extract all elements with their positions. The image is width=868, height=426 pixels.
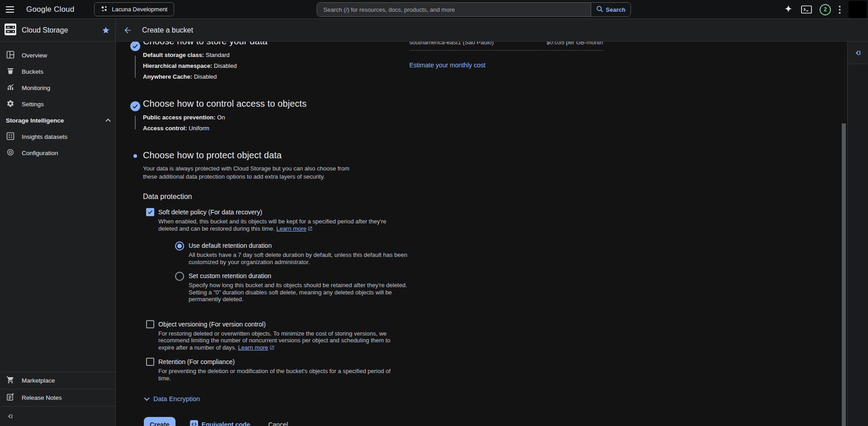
page-header: Create a bucket [116,19,868,42]
project-selector[interactable]: Lacuna Development [94,2,174,16]
checkmark-icon [147,209,153,215]
sidebar-item-insights-datasets[interactable]: Insights datasets [0,128,115,145]
sidebar-item-overview[interactable]: Overview [0,47,115,63]
search-input[interactable] [317,3,591,16]
option-default-retention: Use default retention duration All bucke… [175,241,410,265]
sidebar-nav: Overview Buckets Monitoring Settings Sto… [0,42,115,161]
sidebar-item-monitoring[interactable]: Monitoring [0,80,115,96]
global-search: Search [317,2,631,17]
google-cloud-logo[interactable]: Google Cloud [26,5,74,14]
scrollbar-thumb[interactable] [842,123,846,426]
region-price: $0.035 per GB-month [546,42,604,46]
step-title[interactable]: Choose how to store your data [143,42,417,47]
notification-count: 2 [824,6,827,13]
sidebar-footer: Marketplace Release Notes [0,372,115,426]
chevron-up-icon [105,118,111,122]
option-object-versioning: Object versioning (For version control) … [143,320,417,352]
project-name: Lacuna Development [112,6,167,13]
gemini-sparkle-icon[interactable] [783,5,793,14]
sidebar-item-label: Marketplace [22,377,55,384]
sidebar-item-label: Settings [22,101,44,108]
project-icon [101,5,108,14]
option-custom-retention: Set custom retention duration Specify ho… [175,272,410,303]
right-rail [847,42,868,426]
sidebar-item-marketplace[interactable]: Marketplace [0,372,115,389]
option-retention-compliance: Retention (For compliance) For preventin… [143,358,417,382]
gear-icon [6,99,14,109]
custom-retention-label[interactable]: Set custom retention duration [189,272,410,280]
equivalent-code-button[interactable]: Equivalent code [190,420,250,426]
retention-compliance-checkbox[interactable] [146,358,154,366]
form-footer: Create Equivalent code Cancel [143,417,417,426]
default-retention-label[interactable]: Use default retention duration [189,241,410,250]
data-protection-heading: Data protection [143,193,417,201]
search-button-label: Search [606,6,625,13]
sidebar-item-buckets[interactable]: Buckets [0,63,115,80]
monitoring-icon [6,83,14,93]
sidebar-item-label: Insights datasets [22,133,67,140]
cloud-shell-icon[interactable] [801,5,812,14]
sidebar-collapse-button[interactable] [0,406,115,426]
sidebar-item-release-notes[interactable]: Release Notes [0,389,115,406]
sidebar-title: Cloud Storage [22,26,68,34]
sidebar-item-label: Release Notes [22,394,62,401]
panel-collapse-icon [6,412,14,420]
detail-access-control: Access control: Uniform [143,125,417,132]
region-price-row: southamerica-east1 (São Paulo) $0.035 pe… [409,42,604,51]
detail-anywhere-cache: Anywhere Cache: Disabled [143,73,417,80]
topbar-actions: 2 [783,0,868,19]
user-avatar[interactable] [849,1,867,18]
object-versioning-description: For restoring deleted or overwritten obj… [158,330,398,352]
retention-compliance-description: For preventing the deletion or modificat… [158,368,398,382]
insights-datasets-icon [6,132,14,142]
object-versioning-checkbox[interactable] [146,320,154,328]
step-title[interactable]: Choose how to control access to objects [143,98,417,109]
sidebar-item-label: Monitoring [22,85,50,91]
back-button[interactable] [119,21,137,39]
sidebar: Cloud Storage Overview Buckets Monitorin… [0,19,116,426]
default-retention-radio[interactable] [175,241,184,251]
step-connector [135,56,136,78]
learn-more-link[interactable]: Learn more [276,225,306,232]
step-complete-check-icon [130,42,140,53]
soft-delete-description: When enabled, this bucket and its object… [158,218,398,232]
learn-more-link[interactable]: Learn more [238,344,268,351]
main-area: Create a bucket [116,19,868,426]
detail-hierarchical-namespace: Hierarchical namespace: Disabled [143,62,417,70]
cancel-button[interactable]: Cancel [268,421,288,426]
hamburger-menu-icon[interactable] [0,0,20,19]
cost-summary: southamerica-east1 (São Paulo) $0.035 pe… [409,42,604,69]
sidebar-item-settings[interactable]: Settings [0,96,115,112]
data-encryption-expander[interactable]: Data Encryption [143,395,417,402]
sidebar-item-configuration[interactable]: Configuration [0,145,115,161]
logo-text: Google Cloud [26,5,74,14]
bucket-steps: Choose how to store your data Default st… [128,42,417,426]
option-soft-delete: Soft delete policy (For data recovery) W… [143,208,417,309]
retention-compliance-label[interactable]: Retention (For compliance) [158,358,398,366]
search-button[interactable]: Search [591,3,631,16]
region-name: southamerica-east1 (São Paulo) [409,42,493,46]
sidebar-item-label: Overview [22,52,47,59]
soft-delete-checkbox[interactable] [146,208,154,216]
estimate-cost-link[interactable]: Estimate your monthly cost [409,62,604,69]
favorite-star-icon[interactable] [102,26,110,34]
step-description: Your data is always protected with Cloud… [143,165,356,181]
notifications-badge[interactable]: 2 [820,4,831,15]
step-complete-check-icon [130,101,140,113]
open-in-new-icon [270,345,275,352]
cloud-storage-product-icon [4,23,17,38]
soft-delete-label[interactable]: Soft delete policy (For data recovery) [158,208,410,216]
object-versioning-label[interactable]: Object versioning (For version control) [158,320,398,328]
search-icon [596,5,603,14]
custom-retention-radio[interactable] [175,272,184,281]
step-connector [135,116,136,129]
release-notes-icon [6,393,14,402]
sidebar-section-storage-intelligence[interactable]: Storage Intelligence [0,112,115,128]
panel-collapse-button[interactable] [854,49,862,57]
sidebar-item-label: Buckets [22,68,43,75]
open-in-new-icon [308,226,313,233]
create-button[interactable]: Create [144,417,175,426]
data-encryption-label: Data Encryption [153,395,200,402]
detail-public-access-prevention: Public access prevention: On [143,114,417,121]
kebab-menu-icon[interactable] [839,5,841,14]
